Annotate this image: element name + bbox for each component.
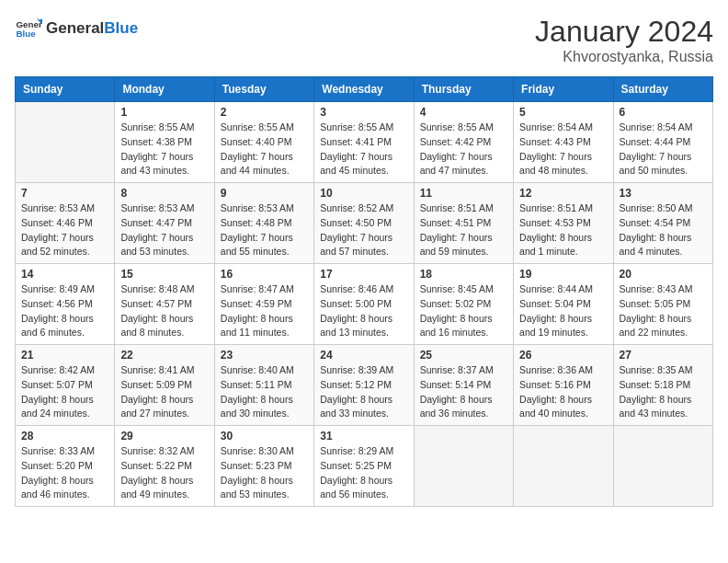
day-detail: Sunrise: 8:30 AMSunset: 5:23 PMDaylight:… (221, 444, 308, 502)
calendar-cell: 2Sunrise: 8:55 AMSunset: 4:40 PMDaylight… (214, 102, 313, 183)
day-number: 17 (320, 268, 407, 281)
calendar-cell: 30Sunrise: 8:30 AMSunset: 5:23 PMDayligh… (214, 426, 313, 507)
day-detail: Sunrise: 8:49 AMSunset: 4:56 PMDaylight:… (21, 282, 108, 340)
day-detail: Sunrise: 8:45 AMSunset: 5:02 PMDaylight:… (420, 282, 507, 340)
calendar-cell: 18Sunrise: 8:45 AMSunset: 5:02 PMDayligh… (414, 264, 513, 345)
day-detail: Sunrise: 8:36 AMSunset: 5:16 PMDaylight:… (519, 363, 607, 421)
day-number: 19 (519, 268, 607, 281)
day-detail: Sunrise: 8:50 AMSunset: 4:54 PMDaylight:… (620, 201, 707, 259)
day-number: 10 (320, 187, 407, 200)
day-detail: Sunrise: 8:55 AMSunset: 4:38 PMDaylight:… (120, 121, 208, 178)
day-detail: Sunrise: 8:53 AMSunset: 4:47 PMDaylight:… (120, 201, 208, 259)
calendar-cell: 11Sunrise: 8:51 AMSunset: 4:51 PMDayligh… (414, 183, 513, 264)
calendar-cell: 28Sunrise: 8:33 AMSunset: 5:20 PMDayligh… (16, 426, 115, 507)
calendar-cell (514, 426, 613, 507)
calendar-cell: 22Sunrise: 8:41 AMSunset: 5:09 PMDayligh… (115, 345, 214, 426)
calendar-cell: 13Sunrise: 8:50 AMSunset: 4:54 PMDayligh… (613, 183, 712, 264)
calendar-cell: 24Sunrise: 8:39 AMSunset: 5:12 PMDayligh… (314, 345, 414, 426)
day-number: 3 (320, 106, 407, 119)
day-number: 24 (320, 349, 407, 362)
day-detail: Sunrise: 8:55 AMSunset: 4:41 PMDaylight:… (320, 121, 407, 178)
calendar-cell: 20Sunrise: 8:43 AMSunset: 5:05 PMDayligh… (613, 264, 712, 345)
day-number: 20 (620, 268, 707, 281)
calendar-week-row: 21Sunrise: 8:42 AMSunset: 5:07 PMDayligh… (16, 345, 713, 426)
calendar-week-row: 7Sunrise: 8:53 AMSunset: 4:46 PMDaylight… (16, 183, 713, 264)
day-number: 6 (620, 106, 707, 119)
col-header-friday: Friday (514, 77, 613, 102)
calendar-cell (613, 426, 712, 507)
calendar-week-row: 14Sunrise: 8:49 AMSunset: 4:56 PMDayligh… (16, 264, 713, 345)
day-number: 26 (519, 349, 607, 362)
day-number: 25 (420, 349, 507, 362)
calendar-cell: 12Sunrise: 8:51 AMSunset: 4:53 PMDayligh… (514, 183, 613, 264)
calendar-cell: 14Sunrise: 8:49 AMSunset: 4:56 PMDayligh… (16, 264, 115, 345)
day-number: 4 (420, 106, 507, 119)
day-detail: Sunrise: 8:48 AMSunset: 4:57 PMDaylight:… (120, 282, 208, 340)
day-number: 21 (21, 349, 108, 362)
page-header: General Blue GeneralBlue January 2024 Kh… (15, 15, 713, 65)
logo: General Blue GeneralBlue (15, 15, 138, 42)
day-number: 22 (120, 349, 208, 362)
day-detail: Sunrise: 8:41 AMSunset: 5:09 PMDaylight:… (120, 363, 208, 421)
day-detail: Sunrise: 8:29 AMSunset: 5:25 PMDaylight:… (320, 444, 407, 502)
day-number: 18 (420, 268, 507, 281)
calendar-header-row: SundayMondayTuesdayWednesdayThursdayFrid… (16, 77, 713, 102)
col-header-thursday: Thursday (414, 77, 513, 102)
day-detail: Sunrise: 8:53 AMSunset: 4:46 PMDaylight:… (21, 201, 108, 259)
day-number: 14 (21, 268, 108, 281)
day-number: 5 (519, 106, 607, 119)
day-number: 15 (120, 268, 208, 281)
calendar-cell: 8Sunrise: 8:53 AMSunset: 4:47 PMDaylight… (115, 183, 214, 264)
calendar-cell: 15Sunrise: 8:48 AMSunset: 4:57 PMDayligh… (115, 264, 214, 345)
day-number: 29 (120, 430, 208, 442)
day-number: 23 (221, 349, 308, 362)
day-detail: Sunrise: 8:52 AMSunset: 4:50 PMDaylight:… (320, 201, 407, 259)
calendar-cell: 26Sunrise: 8:36 AMSunset: 5:16 PMDayligh… (514, 345, 613, 426)
col-header-saturday: Saturday (613, 77, 712, 102)
day-number: 9 (221, 187, 308, 200)
calendar-week-row: 1Sunrise: 8:55 AMSunset: 4:38 PMDaylight… (16, 102, 713, 183)
calendar-title: January 2024 (535, 15, 713, 49)
calendar-cell: 4Sunrise: 8:55 AMSunset: 4:42 PMDaylight… (414, 102, 513, 183)
calendar-table: SundayMondayTuesdayWednesdayThursdayFrid… (15, 76, 713, 507)
day-number: 30 (221, 430, 308, 442)
day-detail: Sunrise: 8:46 AMSunset: 5:00 PMDaylight:… (320, 282, 407, 340)
day-detail: Sunrise: 8:53 AMSunset: 4:48 PMDaylight:… (221, 201, 308, 259)
day-detail: Sunrise: 8:54 AMSunset: 4:44 PMDaylight:… (620, 121, 707, 178)
calendar-cell: 10Sunrise: 8:52 AMSunset: 4:50 PMDayligh… (314, 183, 414, 264)
day-detail: Sunrise: 8:55 AMSunset: 4:40 PMDaylight:… (221, 121, 308, 178)
day-detail: Sunrise: 8:35 AMSunset: 5:18 PMDaylight:… (620, 363, 707, 421)
title-block: January 2024 Khvorostyanka, Russia (535, 15, 713, 65)
day-number: 1 (120, 106, 208, 119)
logo-icon: General Blue (15, 15, 42, 42)
day-detail: Sunrise: 8:51 AMSunset: 4:51 PMDaylight:… (420, 201, 507, 259)
day-number: 7 (21, 187, 108, 200)
day-number: 31 (320, 430, 407, 442)
calendar-cell (16, 102, 115, 183)
calendar-cell (414, 426, 513, 507)
calendar-cell: 1Sunrise: 8:55 AMSunset: 4:38 PMDaylight… (115, 102, 214, 183)
calendar-cell: 23Sunrise: 8:40 AMSunset: 5:11 PMDayligh… (214, 345, 313, 426)
day-detail: Sunrise: 8:37 AMSunset: 5:14 PMDaylight:… (420, 363, 507, 421)
logo-general-text: General (46, 19, 104, 37)
col-header-tuesday: Tuesday (214, 77, 313, 102)
calendar-cell: 27Sunrise: 8:35 AMSunset: 5:18 PMDayligh… (613, 345, 712, 426)
col-header-monday: Monday (115, 77, 214, 102)
logo-blue-text: Blue (104, 19, 138, 37)
col-header-wednesday: Wednesday (314, 77, 414, 102)
day-detail: Sunrise: 8:43 AMSunset: 5:05 PMDaylight:… (620, 282, 707, 340)
calendar-cell: 31Sunrise: 8:29 AMSunset: 5:25 PMDayligh… (314, 426, 414, 507)
calendar-cell: 7Sunrise: 8:53 AMSunset: 4:46 PMDaylight… (16, 183, 115, 264)
day-number: 13 (620, 187, 707, 200)
calendar-cell: 6Sunrise: 8:54 AMSunset: 4:44 PMDaylight… (613, 102, 712, 183)
day-detail: Sunrise: 8:51 AMSunset: 4:53 PMDaylight:… (519, 201, 607, 259)
calendar-cell: 29Sunrise: 8:32 AMSunset: 5:22 PMDayligh… (115, 426, 214, 507)
calendar-cell: 25Sunrise: 8:37 AMSunset: 5:14 PMDayligh… (414, 345, 513, 426)
calendar-cell: 19Sunrise: 8:44 AMSunset: 5:04 PMDayligh… (514, 264, 613, 345)
day-detail: Sunrise: 8:40 AMSunset: 5:11 PMDaylight:… (221, 363, 308, 421)
day-detail: Sunrise: 8:54 AMSunset: 4:43 PMDaylight:… (519, 121, 607, 178)
calendar-cell: 21Sunrise: 8:42 AMSunset: 5:07 PMDayligh… (16, 345, 115, 426)
calendar-cell: 16Sunrise: 8:47 AMSunset: 4:59 PMDayligh… (214, 264, 313, 345)
day-number: 27 (620, 349, 707, 362)
day-number: 16 (221, 268, 308, 281)
